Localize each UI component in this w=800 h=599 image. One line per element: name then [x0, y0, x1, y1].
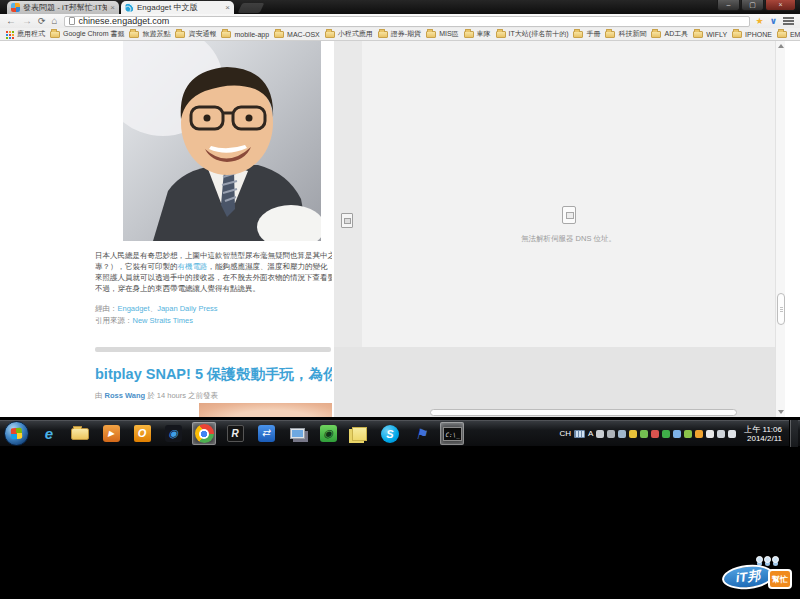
browser-tab-itbang[interactable]: 發表問題 - iT邦幫忙:IT知 × — [7, 1, 119, 14]
media-player-icon[interactable]: ▶ — [99, 422, 123, 445]
teamviewer-icon[interactable]: ⇄ — [254, 422, 278, 445]
folder-icon — [605, 31, 615, 38]
bookmark-item[interactable]: 旅遊景點 — [129, 29, 170, 39]
bookmark-item[interactable]: IT大站(排名前十的) — [496, 29, 569, 39]
skype-icon[interactable]: S — [378, 422, 402, 445]
via-link-engadget[interactable]: Engadget — [118, 304, 150, 313]
scroll-down-icon[interactable] — [778, 410, 784, 414]
forward-icon[interactable]: → — [22, 16, 32, 26]
ime-toolbar-icon[interactable] — [607, 430, 615, 438]
apps-grid-icon — [5, 30, 14, 39]
browser-titlebar: 發表問題 - iT邦幫忙:IT知 × Engadget 中文版 × – ▢ × — [0, 0, 800, 14]
article-divider — [95, 347, 331, 352]
new-tab-button[interactable] — [238, 3, 265, 13]
taskbar-clock[interactable]: 上午 11:06 2014/2/11 — [744, 425, 782, 443]
command-prompt-icon[interactable]: C:\_ — [440, 422, 464, 445]
shield-icon[interactable] — [629, 430, 637, 438]
back-icon[interactable]: ← — [6, 16, 16, 26]
antivirus-icon[interactable] — [651, 430, 659, 438]
mremote-icon[interactable]: R — [223, 422, 247, 445]
bookmark-item[interactable]: Google Chrom 書籤 — [50, 29, 124, 39]
keyboard-icon[interactable] — [574, 430, 585, 438]
close-button[interactable]: × — [765, 0, 796, 11]
ime-pad-icon[interactable] — [596, 430, 604, 438]
folder-icon — [693, 31, 703, 38]
folder-icon — [777, 31, 787, 38]
start-button[interactable] — [4, 421, 29, 446]
bookmark-item[interactable]: WIFLY — [693, 31, 727, 38]
bookmarks-bar: 應用程式 Google Chrom 書籤 旅遊景點 資安通報 mobile-ap… — [0, 28, 800, 41]
folder-icon — [129, 31, 139, 38]
minimize-button[interactable]: – — [717, 0, 740, 11]
bookmark-item[interactable]: 車隊 — [464, 29, 491, 39]
url-text[interactable]: chinese.engadget.com — [79, 16, 170, 26]
home-icon[interactable]: ⌂ — [52, 16, 58, 26]
internet-explorer-icon[interactable]: e — [37, 422, 61, 445]
vertical-scrollbar[interactable] — [775, 41, 785, 417]
chat-icon[interactable] — [684, 430, 692, 438]
horizontal-scrollbar-thumb[interactable] — [430, 409, 737, 416]
itbang-favicon — [11, 3, 20, 12]
acdsee-icon[interactable]: ◉ — [316, 422, 340, 445]
organic-circuit-link[interactable]: 有機電路 — [178, 262, 208, 271]
clock-date: 2014/2/11 — [744, 434, 782, 443]
folder-icon — [221, 31, 231, 38]
cite-link-nst[interactable]: New Straits Times — [133, 316, 193, 325]
bookmark-item[interactable]: AD工具 — [651, 29, 688, 39]
update-icon[interactable] — [662, 430, 670, 438]
maximize-button[interactable]: ▢ — [741, 0, 764, 11]
lan-icon[interactable] — [640, 430, 648, 438]
via-link-jdp[interactable]: Japan Daily Press — [157, 304, 217, 313]
folder-icon — [573, 31, 583, 38]
sidebar-strip — [334, 41, 362, 347]
vertical-scrollbar-thumb[interactable] — [777, 293, 785, 325]
flag-icon[interactable] — [706, 430, 714, 438]
bookmark-item[interactable]: MIS區 — [426, 29, 458, 39]
article-title-link[interactable]: bitplay SNAP! 5 保護殼動手玩，為你的 — [95, 365, 332, 385]
webcam-app-icon[interactable]: ◉ — [161, 422, 185, 445]
bookmark-item[interactable]: EMUROM — [777, 31, 800, 38]
status-icon[interactable] — [695, 430, 703, 438]
extension-icon[interactable]: ∨ — [770, 17, 777, 26]
bookmark-item[interactable]: IPHONE — [732, 31, 772, 38]
tab-close-icon[interactable]: × — [225, 4, 230, 12]
menu-icon[interactable] — [783, 17, 794, 25]
safely-remove-icon[interactable] — [618, 430, 626, 438]
sticky-notes-icon[interactable] — [347, 422, 371, 445]
page-icon — [69, 17, 75, 25]
browser-tab-engadget[interactable]: Engadget 中文版 × — [121, 1, 234, 14]
ime-mode-indicator[interactable]: A — [588, 429, 593, 438]
author-link[interactable]: Ross Wang — [105, 391, 146, 400]
bookmark-item[interactable]: mobile-app — [221, 31, 269, 38]
folder-icon — [464, 31, 474, 38]
engadget-favicon — [125, 3, 134, 12]
remote-desktop-icon[interactable] — [285, 422, 309, 445]
display-icon[interactable] — [673, 430, 681, 438]
outlook-icon[interactable]: O — [130, 422, 154, 445]
bookmark-item[interactable]: MAC-OSX — [274, 31, 320, 38]
address-bar[interactable]: chinese.engadget.com — [64, 16, 750, 27]
language-indicator[interactable]: CH — [559, 429, 571, 438]
sync-tool-icon[interactable]: ⚑ — [409, 422, 433, 445]
show-desktop-button[interactable] — [789, 420, 798, 447]
bookmark-star-icon[interactable]: ★ — [756, 17, 764, 26]
bookmark-item[interactable]: 科技新聞 — [605, 29, 646, 39]
windows-flag-icon — [11, 428, 23, 440]
tab-close-icon[interactable]: × — [110, 4, 115, 12]
bookmark-item[interactable]: 資安通報 — [175, 29, 216, 39]
volume-icon[interactable] — [728, 430, 736, 438]
apps-shortcut[interactable]: 應用程式 — [5, 29, 45, 39]
file-explorer-icon[interactable] — [68, 422, 92, 445]
bookmark-item[interactable]: 手冊 — [573, 29, 600, 39]
scroll-up-icon[interactable] — [778, 44, 784, 48]
bitplay-photo-partial — [199, 403, 332, 417]
network-icon[interactable] — [717, 430, 725, 438]
article-paragraph: 日本人民總是有奇思妙想，上圖中這款智慧型尿布毫無疑問也算是其中之一。其 專？），… — [95, 250, 332, 294]
chrome-icon[interactable] — [192, 422, 216, 445]
paragraph-line: 不過，穿在身上的東西帶電總讓人覺得有點詭異。 — [95, 283, 332, 294]
bookmark-item[interactable]: 證券-期貨 — [378, 29, 421, 39]
watermark-oval: iT邦 — [721, 562, 775, 591]
error-block: 無法解析伺服器 DNS 位址。 — [362, 206, 775, 244]
bookmark-item[interactable]: 小程式應用 — [325, 29, 373, 39]
reload-icon[interactable]: ⟳ — [38, 16, 46, 26]
